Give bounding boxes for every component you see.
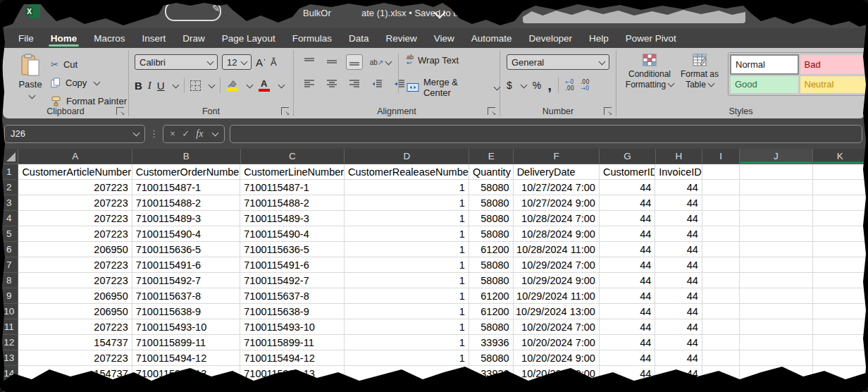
cell[interactable]: 207223 <box>18 257 132 273</box>
bottom-align-button[interactable] <box>346 54 363 70</box>
row-number[interactable]: 1 <box>0 164 18 180</box>
font-color-button[interactable]: A <box>258 80 271 92</box>
copy-button[interactable]: Copy <box>51 73 127 92</box>
cell-style-bad[interactable]: Bad <box>800 55 868 74</box>
top-align-button[interactable] <box>301 54 318 70</box>
cell[interactable]: 44 <box>600 273 655 288</box>
right-align-button[interactable] <box>346 76 363 92</box>
wrap-text-button[interactable]: ab↩ Wrap Text <box>407 54 459 66</box>
decrease-indent-button[interactable] <box>368 76 385 92</box>
cell[interactable] <box>813 242 868 257</box>
merge-center-button[interactable]: Merge & Center <box>407 77 500 98</box>
cell[interactable]: 44 <box>600 211 655 226</box>
middle-align-button[interactable] <box>323 54 340 70</box>
cell[interactable]: Quantity <box>469 164 514 180</box>
cell[interactable]: 7100115637-8 <box>240 288 345 304</box>
cell[interactable]: InvoiceID <box>655 164 702 180</box>
cell[interactable]: 7100115490-4 <box>240 226 345 242</box>
cell[interactable]: 207223 <box>18 195 132 211</box>
cell[interactable]: 61200 <box>469 242 514 257</box>
cell[interactable]: 44 <box>655 195 702 211</box>
cell[interactable]: DeliveryDate <box>514 164 600 180</box>
cell[interactable] <box>813 304 868 319</box>
left-align-button[interactable] <box>301 76 318 92</box>
cell[interactable] <box>702 242 740 257</box>
cell[interactable]: 10/28/2024 7:00 <box>514 211 600 226</box>
cell[interactable]: 58080 <box>469 257 514 273</box>
conditional-formatting-button[interactable]: Conditional Formatting <box>625 54 674 90</box>
cell[interactable]: 44 <box>655 304 702 319</box>
cell[interactable]: 58080 <box>469 319 514 335</box>
cell[interactable]: 44 <box>600 319 655 335</box>
comma-style-button[interactable]: , <box>547 82 552 89</box>
cell[interactable]: 58080 <box>469 180 514 195</box>
cell[interactable]: 1 <box>345 180 469 195</box>
cell[interactable]: 207223 <box>18 273 132 288</box>
format-as-table-button[interactable]: Format as Table <box>677 54 722 90</box>
cell[interactable] <box>740 195 813 211</box>
cell[interactable]: 7100115489-3 <box>132 211 241 226</box>
cell[interactable]: 206950 <box>18 242 132 257</box>
cell[interactable]: 7100115494-12 <box>132 350 241 366</box>
cell[interactable]: 207223 <box>18 211 132 226</box>
cell[interactable]: 207223 <box>18 226 132 242</box>
cell[interactable] <box>702 180 740 195</box>
increase-decimal-button[interactable]: ←0.00 <box>565 79 574 92</box>
cell[interactable]: 7100115636-5 <box>132 242 241 257</box>
cell[interactable]: 61200 <box>469 288 514 304</box>
cancel-icon[interactable]: × <box>170 128 175 139</box>
cell[interactable] <box>740 180 813 195</box>
cell[interactable]: 1 <box>345 335 469 350</box>
currency-button[interactable]: $ <box>507 80 512 91</box>
cell[interactable]: 58080 <box>469 195 514 211</box>
tab-formulas[interactable]: Formulas <box>284 28 340 48</box>
cell[interactable]: 33936 <box>469 335 514 350</box>
cell[interactable] <box>740 226 813 242</box>
cell[interactable]: 7100115488-2 <box>132 195 241 211</box>
borders-button[interactable] <box>190 80 201 91</box>
cell[interactable]: 7100115491-6 <box>240 257 345 273</box>
tab-draw[interactable]: Draw <box>174 28 213 48</box>
cell[interactable] <box>740 335 813 350</box>
column-header-B[interactable]: B <box>132 149 241 164</box>
cell[interactable]: 10/20/2024 9:00 <box>514 350 600 366</box>
cell[interactable]: 1 <box>345 273 469 288</box>
font-name-combo[interactable]: Calibri <box>135 54 218 70</box>
cell[interactable]: 44 <box>655 350 702 366</box>
cell[interactable]: 7100115493-10 <box>132 319 241 335</box>
column-header-F[interactable]: F <box>514 149 600 164</box>
cell[interactable] <box>813 335 868 350</box>
cell[interactable]: 10/29/2024 11:00 <box>514 288 600 304</box>
cell[interactable]: 1 <box>345 288 469 304</box>
cell[interactable]: 10/20/2024 7:00 <box>514 319 600 335</box>
cell[interactable]: 207223 <box>18 350 132 366</box>
cell[interactable]: 7100115492-7 <box>240 273 345 288</box>
alignment-dialog-launcher[interactable] <box>488 107 495 115</box>
percent-button[interactable]: % <box>533 80 541 91</box>
orientation-button[interactable]: ab↗ <box>368 54 392 70</box>
cell[interactable]: 44 <box>600 195 655 211</box>
column-header-H[interactable]: H <box>656 149 703 164</box>
cell[interactable] <box>702 273 740 288</box>
italic-button[interactable]: I <box>148 80 151 92</box>
cell[interactable]: 44 <box>655 226 702 242</box>
cell[interactable]: 1 <box>345 304 469 319</box>
cell[interactable] <box>702 304 740 319</box>
cell[interactable]: CustomerRealeaseNumber <box>345 164 469 180</box>
cell[interactable] <box>813 195 868 211</box>
paste-button[interactable]: Paste <box>14 54 46 102</box>
decrease-decimal-button[interactable]: .00→0 <box>581 79 590 92</box>
cell[interactable]: 7100115487-1 <box>240 180 345 195</box>
cell[interactable]: 7100115636-5 <box>240 242 345 257</box>
clipboard-dialog-launcher[interactable] <box>116 107 124 115</box>
cell[interactable] <box>702 226 740 242</box>
cell[interactable]: 58080 <box>469 211 514 226</box>
cell[interactable]: 10/27/2024 7:00 <box>514 180 600 195</box>
cell[interactable]: 10/29/2024 7:00 <box>514 257 600 273</box>
cell[interactable]: 1 <box>345 211 469 226</box>
cell[interactable]: 58080 <box>469 226 514 242</box>
underline-button[interactable]: U <box>157 80 165 92</box>
cell[interactable] <box>702 288 740 304</box>
cell[interactable]: 44 <box>600 226 655 242</box>
tab-macros[interactable]: Macros <box>85 28 133 48</box>
